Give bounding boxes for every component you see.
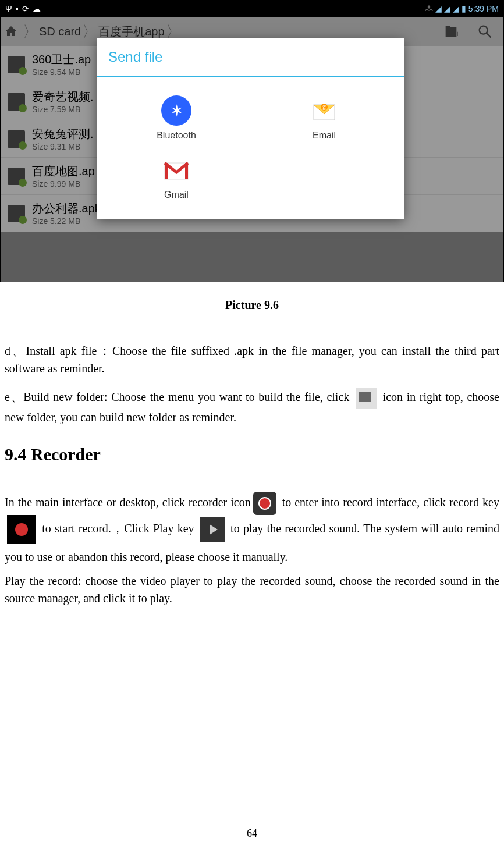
option-bluetooth[interactable]: Bluetooth (102, 88, 250, 148)
battery-icon: ▮ (462, 4, 466, 13)
svg-rect-8 (185, 163, 188, 179)
status-bar: Ψ ▪ ⟳ ☁ ⁂ ◢ ◢ ◢ ▮ 5:39 PM (1, 1, 503, 17)
option-email[interactable]: @ Email (250, 88, 398, 148)
status-time: 5:39 PM (468, 4, 499, 13)
bluetooth-icon (161, 95, 191, 126)
text-segment: In the main interface or desktop, click … (5, 496, 251, 509)
wifi-icon: ◢ (435, 4, 442, 13)
svg-rect-7 (165, 163, 168, 179)
option-label: Bluetooth (157, 130, 196, 141)
text-segment: to start record.，Click Play key (38, 522, 198, 535)
signal-icon-2: ◢ (453, 4, 459, 13)
figure-caption: Picture 9.6 (0, 299, 504, 312)
android-screenshot: Ψ ▪ ⟳ ☁ ⁂ ◢ ◢ ◢ ▮ 5:39 PM 〉 SD card 〉 百度… (0, 0, 504, 282)
svg-text:@: @ (321, 105, 326, 111)
gmail-icon (161, 155, 191, 185)
section-heading: 9.4 Recorder (5, 441, 499, 467)
cloud-icon: ☁ (33, 4, 41, 13)
send-file-dialog: Send file Bluetooth @ Email Gmail (97, 38, 404, 219)
option-label: Email (313, 130, 336, 141)
play-record-paragraph: Play the record: choose the video player… (5, 572, 499, 607)
recorder-app-icon (253, 492, 276, 515)
option-gmail[interactable]: Gmail (102, 148, 250, 207)
bluetooth-status-icon: ⁂ (425, 4, 433, 13)
folder-plus-icon (356, 388, 377, 409)
email-icon: @ (309, 95, 339, 126)
record-button-icon (7, 515, 36, 544)
document-body: d、Install apk file：Choose the file suffi… (0, 342, 504, 607)
option-label: Gmail (164, 190, 189, 200)
debug-icon: ▪ (16, 4, 19, 13)
play-button-icon (200, 517, 225, 542)
dialog-title: Send file (97, 38, 404, 77)
paragraph-e: e、Build new folder: Choose the menu you … (5, 388, 499, 426)
signal-icon-1: ◢ (444, 4, 450, 13)
paragraph-d: d、Install apk file：Choose the file suffi… (5, 342, 499, 377)
sync-icon: ⟳ (22, 4, 29, 13)
text-segment: to enter into record interface, click re… (279, 496, 499, 509)
recorder-paragraph: In the main interface or desktop, click … (5, 489, 499, 570)
usb-icon: Ψ (5, 4, 12, 13)
page-number: 64 (247, 828, 257, 840)
text-segment: e、Build new folder: Choose the menu you … (5, 390, 353, 403)
